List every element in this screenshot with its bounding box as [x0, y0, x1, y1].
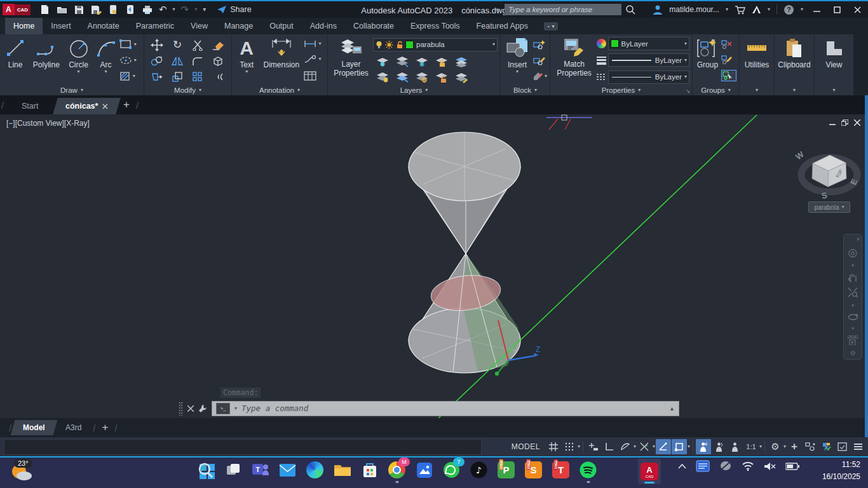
- share-button[interactable]: Share: [217, 5, 251, 14]
- command-prompt-icon[interactable]: >_: [216, 403, 230, 414]
- draw-panel-label[interactable]: Draw▾: [0, 85, 144, 95]
- utilities-panel-caret[interactable]: ▾: [740, 85, 774, 95]
- wps-spreadsheet-icon[interactable]: SFREE: [524, 460, 543, 480]
- array-icon[interactable]: [192, 71, 203, 83]
- tray-app-icon[interactable]: [696, 460, 710, 472]
- tab-insert[interactable]: Insert: [43, 18, 79, 34]
- user-avatar-icon[interactable]: [653, 4, 663, 15]
- file-tab-conicas[interactable]: cónicas*: [53, 98, 121, 114]
- rotate-icon[interactable]: ↻: [173, 38, 182, 51]
- layer-properties-button[interactable]: Layer Properties: [330, 36, 372, 85]
- search-input[interactable]: Type a keyword or phrase: [505, 4, 621, 15]
- trim-icon[interactable]: [192, 39, 203, 51]
- snap-mode-icon[interactable]: [672, 439, 687, 454]
- block-attributes-icon[interactable]: [532, 71, 543, 81]
- undo-caret-icon[interactable]: ▾: [173, 7, 175, 12]
- viewport-controls-label[interactable]: [−][Custom View][X-Ray]: [6, 119, 90, 128]
- stretch-icon[interactable]: [151, 72, 163, 82]
- group-edit-icon[interactable]: [721, 55, 736, 64]
- properties-launcher-icon[interactable]: ↘: [686, 88, 690, 94]
- ortho-toggle-icon[interactable]: [602, 439, 617, 454]
- rectangle-caret-icon[interactable]: ▾: [134, 42, 137, 47]
- viewcube[interactable]: W S E TOP: [794, 149, 859, 201]
- search-expand-icon[interactable]: ▶: [497, 7, 501, 13]
- user-name[interactable]: matilde.mour...: [669, 5, 719, 14]
- mail-icon[interactable]: [278, 460, 297, 480]
- view-panel[interactable]: View ▾: [815, 34, 854, 95]
- microsoft-store-icon[interactable]: [360, 460, 379, 480]
- layer-thaw-icon[interactable]: [415, 72, 429, 83]
- tab-output[interactable]: Output: [261, 18, 302, 34]
- viewport-minimize-icon[interactable]: [829, 119, 836, 126]
- layer-isolate-icon[interactable]: [376, 72, 390, 83]
- new-drawing-button[interactable]: +: [123, 98, 130, 111]
- command-recent-caret-icon[interactable]: ▾: [234, 406, 237, 411]
- layer-select-combo[interactable]: parabula ▾: [373, 38, 498, 51]
- zoom-caret-icon[interactable]: ▾: [851, 303, 854, 308]
- circle-caret-icon[interactable]: ▾: [77, 69, 79, 74]
- match-properties-button[interactable]: Match Properties: [553, 36, 595, 85]
- layer-freeze-icon[interactable]: [415, 56, 429, 67]
- new-file-icon[interactable]: [39, 4, 50, 15]
- pan-icon[interactable]: [848, 273, 858, 282]
- chrome-icon[interactable]: M: [387, 460, 407, 480]
- maximize-button[interactable]: [830, 3, 844, 17]
- utilities-panel[interactable]: Utilities ▾: [740, 34, 775, 95]
- file-explorer-icon[interactable]: [332, 460, 352, 480]
- help-caret-icon[interactable]: ▾: [801, 7, 803, 12]
- annotation-panel-label[interactable]: Annotation▾: [232, 85, 327, 95]
- block-attr-caret-icon[interactable]: ▾: [545, 74, 547, 79]
- user-caret-icon[interactable]: ▾: [726, 7, 728, 12]
- tab-view[interactable]: View: [182, 18, 216, 34]
- groups-panel-label[interactable]: Groups▾: [693, 85, 739, 95]
- explode-icon[interactable]: [212, 55, 224, 67]
- table-icon[interactable]: [304, 71, 316, 81]
- annotation-visibility-icon[interactable]: [696, 439, 711, 454]
- grid-toggle-icon[interactable]: [546, 439, 561, 454]
- snap-caret-icon[interactable]: ▾: [578, 444, 580, 449]
- tray-expand-icon[interactable]: [678, 464, 686, 469]
- battery-icon[interactable]: [785, 463, 799, 470]
- offset-icon[interactable]: [212, 72, 224, 82]
- tab-manage[interactable]: Manage: [216, 18, 261, 34]
- erase-icon[interactable]: [212, 40, 224, 50]
- layer-change-icon[interactable]: [454, 72, 468, 83]
- command-bar-grip[interactable]: [179, 402, 183, 416]
- navbar-close-icon[interactable]: ✕: [856, 237, 860, 242]
- file-tab-close-icon[interactable]: [102, 104, 108, 109]
- navbar-collapse-icon[interactable]: ⊖: [850, 350, 855, 356]
- modify-panel-label[interactable]: Modify▾: [144, 85, 231, 95]
- tab-featured-apps[interactable]: Featured Apps: [468, 18, 536, 34]
- layer-unlock2-icon[interactable]: [435, 72, 449, 83]
- qat-customize-icon[interactable]: ▾: [203, 6, 206, 13]
- plot-icon[interactable]: [142, 4, 153, 15]
- autodesk-caret-icon[interactable]: ▾: [768, 7, 770, 12]
- tab-annotate[interactable]: Annotate: [79, 18, 128, 34]
- spotify-icon[interactable]: [578, 460, 598, 480]
- model-space-toggle[interactable]: MODEL: [506, 442, 545, 451]
- search-icon[interactable]: [625, 4, 635, 15]
- autodesk-logo-icon[interactable]: [752, 5, 761, 14]
- command-close-icon[interactable]: [187, 405, 194, 412]
- snap-mode-caret-icon[interactable]: ▾: [688, 444, 690, 449]
- orbit-icon[interactable]: [848, 313, 858, 321]
- group-selection-toggle-icon[interactable]: [721, 70, 736, 81]
- layout-tab-model[interactable]: Model: [11, 420, 58, 435]
- viewcube-ucs-button[interactable]: parabola▾: [808, 201, 850, 213]
- polyline-button[interactable]: Polyline: [29, 36, 63, 85]
- color-caret-icon[interactable]: ▾: [684, 41, 687, 46]
- rectangle-icon[interactable]: [119, 39, 132, 50]
- text-caret-icon[interactable]: ▾: [245, 69, 248, 74]
- zoom-extents-icon[interactable]: [848, 287, 858, 297]
- wps-presentation-icon[interactable]: PFREE: [496, 460, 516, 480]
- object-snap-toggle-icon[interactable]: [656, 439, 671, 454]
- autocad-logo-icon[interactable]: ACAD: [3, 3, 31, 16]
- layer-off-icon[interactable]: [376, 56, 390, 67]
- object-snap-tracking-icon[interactable]: [637, 439, 652, 454]
- autoscale-icon[interactable]: [712, 439, 727, 454]
- layer-lock-icon[interactable]: [435, 56, 449, 67]
- clipboard-panel[interactable]: Clipboard ▾: [775, 34, 815, 95]
- wps-writer-icon[interactable]: TFREE: [551, 460, 571, 480]
- steering-wheel-icon[interactable]: ◎: [848, 247, 858, 258]
- tab-home[interactable]: Home: [5, 18, 43, 34]
